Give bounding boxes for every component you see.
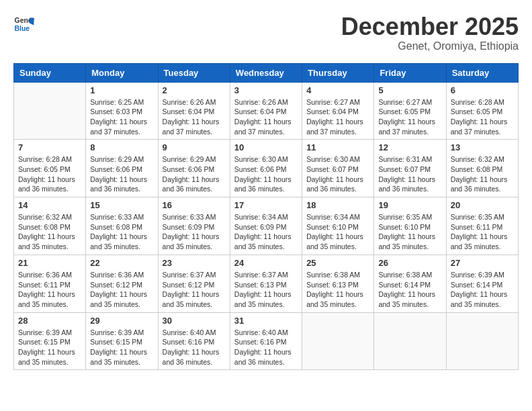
day-number: 16 (163, 200, 226, 210)
day-info: Sunrise: 6:29 AM Sunset: 6:06 PM Dayligh… (163, 154, 226, 194)
month-title: December 2025 (341, 13, 519, 40)
weekday-header-wednesday: Wednesday (230, 63, 302, 82)
day-info: Sunrise: 6:32 AM Sunset: 6:08 PM Dayligh… (18, 212, 81, 252)
day-number: 17 (234, 200, 298, 210)
day-cell: 29Sunrise: 6:39 AM Sunset: 6:15 PM Dayli… (86, 312, 158, 370)
day-cell (302, 312, 374, 370)
day-info: Sunrise: 6:28 AM Sunset: 6:05 PM Dayligh… (18, 154, 81, 194)
day-info: Sunrise: 6:39 AM Sunset: 6:14 PM Dayligh… (451, 270, 514, 310)
day-info: Sunrise: 6:33 AM Sunset: 6:09 PM Dayligh… (163, 212, 226, 252)
day-info: Sunrise: 6:40 AM Sunset: 6:16 PM Dayligh… (234, 328, 298, 367)
title-block: December 2025 Genet, Oromiya, Ethiopia (341, 13, 519, 52)
day-number: 31 (234, 316, 298, 326)
day-info: Sunrise: 6:32 AM Sunset: 6:08 PM Dayligh… (451, 154, 514, 194)
day-info: Sunrise: 6:40 AM Sunset: 6:16 PM Dayligh… (163, 328, 226, 367)
calendar-table: SundayMondayTuesdayWednesdayThursdayFrid… (13, 63, 519, 371)
day-number: 11 (306, 142, 369, 152)
day-number: 18 (306, 200, 369, 210)
day-info: Sunrise: 6:26 AM Sunset: 6:04 PM Dayligh… (163, 97, 226, 137)
logo: General Blue (13, 13, 35, 35)
day-number: 26 (378, 258, 441, 268)
day-cell: 17Sunrise: 6:34 AM Sunset: 6:09 PM Dayli… (230, 197, 302, 255)
day-number: 4 (306, 85, 369, 95)
day-number: 8 (90, 142, 153, 152)
day-number: 3 (234, 85, 298, 95)
day-info: Sunrise: 6:30 AM Sunset: 6:06 PM Dayligh… (234, 154, 298, 194)
day-cell: 12Sunrise: 6:31 AM Sunset: 6:07 PM Dayli… (374, 140, 446, 197)
week-row-3: 14Sunrise: 6:32 AM Sunset: 6:08 PM Dayli… (14, 197, 519, 255)
day-info: Sunrise: 6:35 AM Sunset: 6:11 PM Dayligh… (451, 212, 514, 252)
day-cell: 10Sunrise: 6:30 AM Sunset: 6:06 PM Dayli… (230, 140, 302, 197)
day-cell: 28Sunrise: 6:39 AM Sunset: 6:15 PM Dayli… (14, 312, 86, 370)
weekday-header-saturday: Saturday (446, 63, 518, 82)
day-cell (446, 312, 518, 370)
day-number: 15 (90, 200, 153, 210)
day-cell: 23Sunrise: 6:37 AM Sunset: 6:12 PM Dayli… (158, 255, 230, 312)
day-number: 20 (451, 200, 514, 210)
day-cell: 14Sunrise: 6:32 AM Sunset: 6:08 PM Dayli… (14, 197, 86, 255)
day-number: 21 (18, 258, 81, 268)
day-cell: 11Sunrise: 6:30 AM Sunset: 6:07 PM Dayli… (302, 140, 374, 197)
day-cell: 31Sunrise: 6:40 AM Sunset: 6:16 PM Dayli… (230, 312, 302, 370)
location-subtitle: Genet, Oromiya, Ethiopia (341, 40, 519, 52)
day-number: 24 (234, 258, 298, 268)
day-cell: 9Sunrise: 6:29 AM Sunset: 6:06 PM Daylig… (158, 140, 230, 197)
day-info: Sunrise: 6:39 AM Sunset: 6:15 PM Dayligh… (18, 328, 81, 367)
day-number: 10 (234, 142, 298, 152)
day-cell: 26Sunrise: 6:38 AM Sunset: 6:14 PM Dayli… (374, 255, 446, 312)
day-cell: 2Sunrise: 6:26 AM Sunset: 6:04 PM Daylig… (158, 82, 230, 140)
day-number: 23 (163, 258, 226, 268)
day-cell: 30Sunrise: 6:40 AM Sunset: 6:16 PM Dayli… (158, 312, 230, 370)
weekday-header-thursday: Thursday (302, 63, 374, 82)
week-row-1: 1Sunrise: 6:25 AM Sunset: 6:03 PM Daylig… (14, 82, 519, 140)
logo-icon: General Blue (13, 13, 35, 35)
day-cell (14, 82, 86, 140)
day-cell: 25Sunrise: 6:38 AM Sunset: 6:13 PM Dayli… (302, 255, 374, 312)
day-info: Sunrise: 6:38 AM Sunset: 6:14 PM Dayligh… (378, 270, 441, 310)
day-info: Sunrise: 6:34 AM Sunset: 6:10 PM Dayligh… (306, 212, 369, 252)
day-number: 30 (163, 316, 226, 326)
day-number: 5 (378, 85, 441, 95)
weekday-header-friday: Friday (374, 63, 446, 82)
day-cell: 27Sunrise: 6:39 AM Sunset: 6:14 PM Dayli… (446, 255, 518, 312)
day-cell: 20Sunrise: 6:35 AM Sunset: 6:11 PM Dayli… (446, 197, 518, 255)
weekday-header-monday: Monday (86, 63, 158, 82)
day-info: Sunrise: 6:36 AM Sunset: 6:12 PM Dayligh… (90, 270, 153, 310)
day-cell: 8Sunrise: 6:29 AM Sunset: 6:06 PM Daylig… (86, 140, 158, 197)
day-info: Sunrise: 6:28 AM Sunset: 6:05 PM Dayligh… (451, 97, 514, 137)
day-cell: 13Sunrise: 6:32 AM Sunset: 6:08 PM Dayli… (446, 140, 518, 197)
week-row-5: 28Sunrise: 6:39 AM Sunset: 6:15 PM Dayli… (14, 312, 519, 370)
day-number: 29 (90, 316, 153, 326)
week-row-4: 21Sunrise: 6:36 AM Sunset: 6:11 PM Dayli… (14, 255, 519, 312)
day-info: Sunrise: 6:35 AM Sunset: 6:10 PM Dayligh… (378, 212, 441, 252)
day-cell: 4Sunrise: 6:27 AM Sunset: 6:04 PM Daylig… (302, 82, 374, 140)
page-header: General Blue December 2025 Genet, Oromiy… (13, 13, 519, 52)
day-cell: 19Sunrise: 6:35 AM Sunset: 6:10 PM Dayli… (374, 197, 446, 255)
day-cell: 7Sunrise: 6:28 AM Sunset: 6:05 PM Daylig… (14, 140, 86, 197)
day-cell: 6Sunrise: 6:28 AM Sunset: 6:05 PM Daylig… (446, 82, 518, 140)
day-info: Sunrise: 6:36 AM Sunset: 6:11 PM Dayligh… (18, 270, 81, 310)
day-cell: 3Sunrise: 6:26 AM Sunset: 6:04 PM Daylig… (230, 82, 302, 140)
svg-text:Blue: Blue (15, 25, 30, 32)
day-info: Sunrise: 6:29 AM Sunset: 6:06 PM Dayligh… (90, 154, 153, 194)
day-number: 9 (163, 142, 226, 152)
day-info: Sunrise: 6:33 AM Sunset: 6:08 PM Dayligh… (90, 212, 153, 252)
day-cell: 5Sunrise: 6:27 AM Sunset: 6:05 PM Daylig… (374, 82, 446, 140)
day-number: 1 (90, 85, 153, 95)
day-info: Sunrise: 6:25 AM Sunset: 6:03 PM Dayligh… (90, 97, 153, 137)
day-cell: 15Sunrise: 6:33 AM Sunset: 6:08 PM Dayli… (86, 197, 158, 255)
day-number: 28 (18, 316, 81, 326)
day-info: Sunrise: 6:30 AM Sunset: 6:07 PM Dayligh… (306, 154, 369, 194)
day-number: 13 (451, 142, 514, 152)
day-cell (374, 312, 446, 370)
day-cell: 16Sunrise: 6:33 AM Sunset: 6:09 PM Dayli… (158, 197, 230, 255)
day-cell: 24Sunrise: 6:37 AM Sunset: 6:13 PM Dayli… (230, 255, 302, 312)
day-info: Sunrise: 6:37 AM Sunset: 6:12 PM Dayligh… (163, 270, 226, 310)
day-number: 22 (90, 258, 153, 268)
day-cell: 21Sunrise: 6:36 AM Sunset: 6:11 PM Dayli… (14, 255, 86, 312)
day-info: Sunrise: 6:31 AM Sunset: 6:07 PM Dayligh… (378, 154, 441, 194)
day-info: Sunrise: 6:27 AM Sunset: 6:05 PM Dayligh… (378, 97, 441, 137)
day-number: 27 (451, 258, 514, 268)
day-info: Sunrise: 6:26 AM Sunset: 6:04 PM Dayligh… (234, 97, 298, 137)
week-row-2: 7Sunrise: 6:28 AM Sunset: 6:05 PM Daylig… (14, 140, 519, 197)
